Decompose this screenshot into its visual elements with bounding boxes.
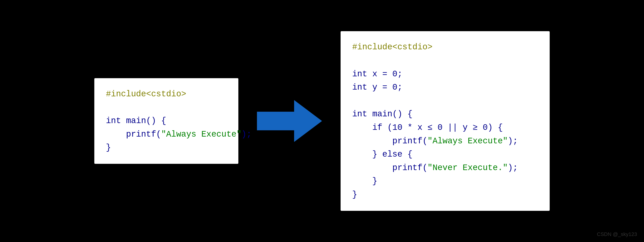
- code-line: int main() {: [352, 107, 538, 121]
- code-line: [106, 101, 227, 114]
- code-line: if (10 * x ≤ 0 || y ≥ 0) {: [352, 121, 538, 135]
- code-line: } else {: [352, 148, 538, 161]
- code-line: int main() {: [106, 114, 227, 128]
- code-line: int x = 0;: [352, 67, 538, 81]
- left-code-box: #include<cstdio> int main() { printf("Al…: [94, 78, 238, 164]
- code-line: int y = 0;: [352, 81, 538, 94]
- right-code-box: #include<cstdio> int x = 0;int y = 0; in…: [340, 31, 550, 211]
- code-line: }: [352, 188, 538, 201]
- main-container: #include<cstdio> int main() { printf("Al…: [0, 31, 644, 211]
- arrow-shape: [257, 100, 322, 142]
- arrow-head: [294, 100, 322, 142]
- code-line: printf("Never Execute.");: [352, 161, 538, 175]
- code-line: }: [106, 141, 227, 155]
- code-line: [352, 94, 538, 108]
- code-line: #include<cstdio>: [106, 87, 227, 101]
- code-line: #include<cstdio>: [352, 41, 538, 54]
- arrow-body: [257, 112, 294, 130]
- arrow-container: [257, 100, 322, 142]
- watermark: CSDN @_sky123: [597, 231, 637, 237]
- code-line: }: [352, 175, 538, 188]
- code-line: printf("Always Execute");: [106, 128, 227, 141]
- code-line: printf("Always Execute");: [352, 135, 538, 148]
- code-line: [352, 54, 538, 67]
